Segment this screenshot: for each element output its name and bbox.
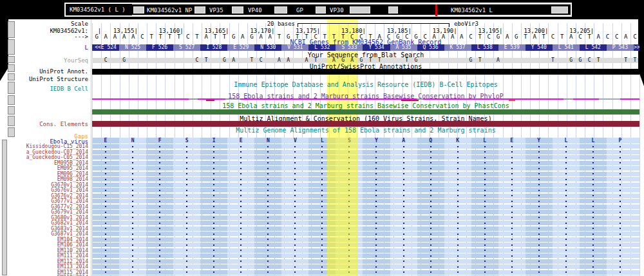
scale-bar bbox=[298, 23, 450, 27]
alignment-row[interactable] bbox=[92, 188, 639, 192]
codon-cell[interactable]: >> bbox=[634, 44, 639, 51]
match-dot bbox=[620, 146, 621, 147]
codon-cell[interactable]: L 541 bbox=[553, 44, 580, 51]
residue-letter: A bbox=[402, 138, 405, 143]
alignment-row[interactable] bbox=[92, 226, 639, 231]
alignment-row[interactable] bbox=[92, 232, 639, 236]
alignment-row[interactable] bbox=[92, 205, 639, 209]
alignment-cell bbox=[580, 216, 607, 220]
match-dot bbox=[213, 217, 214, 218]
gene-codon-track[interactable]: <<E 524N 525F 526S 527I 528E 529N 530V 5… bbox=[92, 44, 639, 51]
sequence-base: T bbox=[147, 34, 156, 40]
match-dot bbox=[159, 173, 160, 174]
codon-cell[interactable]: L 542 bbox=[580, 44, 607, 51]
sequence-base: C bbox=[384, 34, 393, 40]
alignment-row[interactable] bbox=[92, 270, 639, 275]
track-config-button[interactable] bbox=[8, 127, 15, 137]
match-dot bbox=[592, 173, 594, 174]
codon-cell[interactable]: Y 534 bbox=[363, 44, 390, 51]
alignment-row[interactable] bbox=[92, 237, 639, 242]
codon-cell[interactable]: P 543 bbox=[607, 44, 634, 51]
alignment-row[interactable] bbox=[92, 177, 639, 181]
codon-cell[interactable]: Y 540 bbox=[526, 44, 553, 51]
alignment-row[interactable] bbox=[92, 248, 639, 253]
track-config-button[interactable] bbox=[8, 21, 15, 38]
alignment-row[interactable] bbox=[92, 144, 639, 149]
match-dot bbox=[565, 223, 567, 224]
phylop-segment bbox=[509, 100, 515, 101]
alignment-row[interactable] bbox=[92, 264, 639, 269]
track-config-button[interactable] bbox=[8, 56, 15, 63]
track-config-button[interactable] bbox=[8, 106, 15, 115]
alignment-row[interactable] bbox=[92, 221, 639, 225]
phylop-track[interactable] bbox=[92, 98, 639, 102]
codon-cell[interactable]: L 532 bbox=[308, 44, 336, 51]
alignment-row[interactable] bbox=[92, 161, 639, 165]
alignment-cell bbox=[553, 264, 580, 269]
match-dot bbox=[213, 173, 214, 174]
alignment-cell bbox=[634, 216, 639, 220]
track-config-button[interactable] bbox=[8, 64, 15, 72]
gene-box bbox=[388, 6, 398, 14]
alignment-row[interactable] bbox=[92, 259, 639, 264]
alignment-cell bbox=[580, 210, 607, 214]
alignment-cell bbox=[254, 248, 281, 253]
match-dot bbox=[240, 217, 242, 218]
match-dot bbox=[240, 162, 242, 163]
codon-cell[interactable]: I 528 bbox=[200, 44, 227, 51]
codon-cell[interactable]: V 531 bbox=[281, 44, 308, 51]
alignment-row[interactable] bbox=[92, 243, 639, 247]
codon-cell[interactable]: F 526 bbox=[146, 44, 173, 51]
ideogram-genome-strip[interactable]: KM034562v1 NPVP35VP40GPVP30KM034562v1 L bbox=[132, 4, 571, 15]
match-dot bbox=[430, 261, 431, 262]
sequence-base: C bbox=[466, 34, 475, 40]
codon-cell[interactable]: S 527 bbox=[173, 44, 200, 51]
alignment-cell bbox=[444, 259, 471, 264]
alignment-cell bbox=[444, 177, 471, 181]
scale-value: 20 bases bbox=[260, 21, 295, 27]
codon-cell[interactable]: S 533 bbox=[336, 44, 363, 51]
codon-cell[interactable]: N 525 bbox=[119, 44, 146, 51]
alignment-cell bbox=[390, 188, 417, 192]
track-config-button[interactable] bbox=[8, 82, 15, 94]
track-config-button[interactable] bbox=[2, 140, 7, 275]
conservation-elements-track[interactable] bbox=[92, 121, 639, 127]
codon-cell[interactable]: E 539 bbox=[498, 44, 526, 51]
alignment-row[interactable] bbox=[92, 172, 639, 176]
alignment-row[interactable] bbox=[92, 194, 639, 198]
alignment-cell bbox=[390, 248, 417, 253]
alignment-cell bbox=[634, 205, 639, 209]
codon-cell[interactable]: E 529 bbox=[227, 44, 254, 51]
alignment-row[interactable] bbox=[92, 166, 639, 170]
match-dot bbox=[457, 223, 459, 224]
ideogram-bar[interactable]: KM034562v1 ( L ) KM034562v1 NPVP35VP40GP… bbox=[64, 3, 572, 17]
alignment-row[interactable] bbox=[92, 155, 639, 160]
codon-cell[interactable]: N 530 bbox=[254, 44, 281, 51]
reference-alignment-row[interactable]: ENFSIENVLSYAQKLEYLLP bbox=[92, 138, 639, 143]
alignment-cell bbox=[553, 259, 580, 264]
uniprot-track[interactable] bbox=[92, 69, 639, 75]
alignment-cell bbox=[200, 177, 227, 181]
alignment-row[interactable] bbox=[92, 150, 639, 154]
alignment-row[interactable] bbox=[92, 216, 639, 220]
codon-cell[interactable]: K 537 bbox=[444, 44, 471, 51]
strain-label: G3687v1_2014 bbox=[0, 232, 88, 237]
phylop-segment bbox=[417, 98, 423, 100]
gene-label: VP30 bbox=[330, 7, 344, 14]
alignment-row[interactable] bbox=[92, 183, 639, 187]
alignment-row[interactable] bbox=[92, 199, 639, 203]
alignment-row[interactable] bbox=[92, 253, 639, 258]
codon-cell[interactable]: L 538 bbox=[471, 44, 498, 51]
track-config-button[interactable] bbox=[8, 116, 15, 126]
track-config-button[interactable] bbox=[8, 73, 15, 80]
phastcons-track[interactable] bbox=[92, 109, 639, 115]
alignment-row[interactable] bbox=[92, 210, 639, 214]
codon-cell[interactable]: <<E 524 bbox=[92, 44, 119, 51]
track-config-button[interactable] bbox=[8, 95, 15, 105]
codon-cell[interactable]: Q 536 bbox=[417, 44, 444, 51]
codon-cell[interactable]: A 535 bbox=[390, 44, 417, 51]
phylop-segment bbox=[189, 98, 198, 100]
track-config-button[interactable] bbox=[8, 39, 15, 55]
alignment-cell bbox=[281, 253, 308, 258]
match-dot bbox=[403, 255, 404, 257]
